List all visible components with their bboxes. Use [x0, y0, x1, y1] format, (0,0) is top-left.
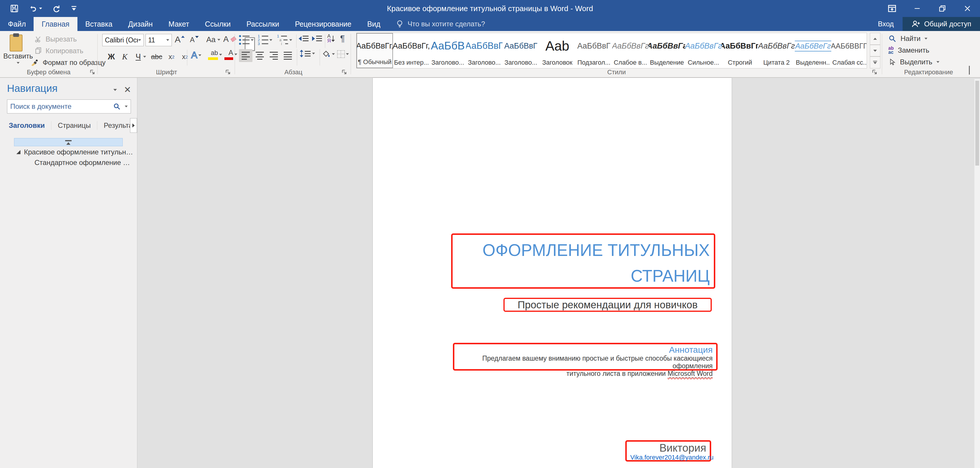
close-button[interactable] — [955, 0, 980, 17]
text-effects-button[interactable]: A — [191, 50, 201, 61]
style-Подзагол-[interactable]: АаБбВвГПодзагол... — [576, 33, 612, 68]
style-Слабое-в-[interactable]: АаБбВвГгСлабое в... — [612, 33, 649, 68]
subscript-button[interactable]: x2 — [165, 50, 178, 63]
font-dialog-launcher[interactable] — [225, 69, 231, 75]
show-marks-button[interactable]: ¶ — [340, 34, 345, 43]
style-Строгий[interactable]: АаБбВвГг,Строгий — [722, 33, 758, 68]
highlight-color-button[interactable]: ab — [208, 49, 222, 60]
nav-tab-headings[interactable]: Заголовки — [7, 121, 51, 129]
paste-button[interactable]: Вставить — [3, 34, 33, 69]
gallery-scroll-down-button[interactable] — [870, 45, 880, 57]
shrink-font-button[interactable]: A — [190, 36, 199, 44]
annotation-content-control[interactable]: Аннотация Предлагаем вашему вниманию про… — [453, 343, 718, 371]
bullets-button[interactable] — [239, 35, 254, 45]
ribbon-tab-Файл[interactable]: Файл — [0, 17, 33, 31]
style-Заголовок[interactable]: АabЗаголовок — [539, 33, 576, 68]
nav-heading-item[interactable]: Красивое оформление титульной... — [16, 148, 133, 156]
ribbon-tab-Макет[interactable]: Макет — [161, 17, 197, 31]
style-Слабая-сс-[interactable]: ААБбВВГГ,Слабая сс... — [831, 33, 867, 68]
nav-tabs-scroll-button[interactable] — [130, 118, 137, 133]
nav-tab-pages[interactable]: Страницы — [51, 121, 97, 129]
ribbon-tab-Дизайн[interactable]: Дизайн — [120, 17, 161, 31]
font-color-button[interactable]: А — [224, 49, 237, 60]
copy-button[interactable]: Копировать — [35, 47, 83, 55]
collapse-ribbon-button[interactable] — [969, 67, 970, 75]
nav-selected-item[interactable] — [14, 138, 123, 146]
justify-button[interactable] — [281, 49, 294, 62]
clear-formatting-button[interactable]: A — [223, 35, 236, 44]
select-button[interactable]: Выделить — [888, 57, 939, 67]
nav-tab-results[interactable]: Результать — [97, 121, 130, 129]
subtitle-content-control[interactable]: Простые рекомендации для новичков — [503, 298, 712, 312]
save-icon[interactable] — [10, 4, 19, 13]
increase-indent-button[interactable] — [312, 36, 322, 41]
align-left-button[interactable] — [239, 49, 253, 62]
nav-heading-item[interactable]: Стандартное оформление «обл... — [35, 158, 134, 167]
font-name-combo[interactable]: Calibri (Оснс — [102, 34, 144, 46]
font-size-combo[interactable]: 11 — [145, 34, 172, 46]
undo-button[interactable] — [29, 4, 42, 13]
search-options-arrow[interactable] — [125, 105, 128, 107]
paragraph-dialog-launcher[interactable] — [341, 69, 348, 75]
sign-in-button[interactable]: Вход — [869, 17, 902, 31]
minimize-button[interactable] — [905, 0, 930, 17]
style-Заголово-[interactable]: АаБбВЗаголово... — [430, 33, 466, 68]
cut-button[interactable]: Вырезать — [35, 35, 77, 43]
styles-dialog-launcher[interactable] — [872, 69, 878, 75]
style-Выделение[interactable]: АаБбВвГгВыделение — [649, 33, 685, 68]
format-painter-button[interactable]: Формат по образцу — [30, 59, 105, 67]
tell-me-box[interactable]: Что вы хотите сделать? — [396, 17, 485, 31]
document-page[interactable]: ОФОРМЛЕНИЕ ТИТУЛЬНЫХ СТРАНИЦ Простые рек… — [373, 78, 732, 468]
redo-icon[interactable] — [52, 4, 61, 13]
shading-button[interactable] — [322, 50, 335, 59]
align-right-button[interactable] — [267, 49, 280, 62]
align-center-button[interactable] — [253, 49, 266, 62]
customize-qat-icon[interactable] — [71, 5, 77, 12]
find-dropdown-arrow[interactable] — [924, 38, 928, 40]
nav-pane-close-icon[interactable]: ✕ — [124, 85, 131, 94]
ribbon-tab-Вид[interactable]: Вид — [360, 17, 388, 31]
style-Выделенн-[interactable]: АаБбВеГгВыделенн... — [795, 33, 831, 68]
strikethrough-button[interactable]: abc — [148, 50, 165, 63]
grow-font-button[interactable]: A — [175, 35, 185, 45]
author-content-control[interactable]: Виктория Vika.forever2014@yandex.ru — [625, 440, 711, 462]
ribbon-tab-Ссылки[interactable]: Ссылки — [197, 17, 239, 31]
scrollbar-thumb[interactable] — [975, 81, 979, 166]
style-Сильное-[interactable]: АаБбВвГгСильное... — [685, 33, 722, 68]
share-button[interactable]: Общий доступ — [902, 17, 980, 31]
underline-dropdown-arrow[interactable] — [143, 56, 146, 58]
style--Обычный[interactable]: АаБбВвГг,¶ Обычный — [356, 33, 393, 68]
style-Цитата-2[interactable]: АаБбВвГгЦитата 2 — [758, 33, 795, 68]
gallery-more-button[interactable] — [870, 56, 880, 69]
paste-dropdown-arrow[interactable] — [17, 62, 19, 64]
sort-button[interactable]: А Я — [327, 34, 335, 43]
title-content-control[interactable]: ОФОРМЛЕНИЕ ТИТУЛЬНЫХ СТРАНИЦ — [451, 233, 715, 289]
superscript-button[interactable]: x2 — [178, 50, 192, 63]
find-button[interactable]: Найти — [888, 34, 928, 44]
author-email[interactable]: Vika.forever2014@yandex.ru — [630, 454, 706, 461]
vertical-scrollbar[interactable] — [974, 79, 980, 468]
style-Без-интер-[interactable]: АаБбВвГг,Без интер... — [393, 33, 430, 68]
search-icon[interactable] — [113, 103, 121, 110]
restore-button[interactable] — [930, 0, 955, 17]
decrease-indent-button[interactable] — [299, 36, 309, 41]
ribbon-tab-Главная[interactable]: Главная — [33, 17, 77, 31]
document-search-input[interactable]: Поиск в документе — [7, 99, 131, 113]
bold-button[interactable]: Ж — [105, 50, 118, 63]
clipboard-dialog-launcher[interactable] — [89, 69, 96, 75]
gallery-scroll-up-button[interactable] — [870, 33, 880, 45]
nav-pane-options-arrow[interactable] — [113, 89, 117, 91]
line-spacing-button[interactable] — [300, 50, 315, 58]
style-Заголово-[interactable]: АаБбВвГЗаголово... — [466, 33, 503, 68]
numbering-button[interactable]: 1 2 3 — [258, 35, 272, 45]
ribbon-tab-Вставка[interactable]: Вставка — [78, 17, 120, 31]
ribbon-display-options-button[interactable] — [880, 0, 905, 17]
italic-button[interactable]: К — [118, 50, 132, 63]
undo-dropdown-arrow[interactable] — [39, 8, 42, 10]
change-case-button[interactable]: Aa — [206, 35, 220, 44]
borders-button[interactable] — [337, 50, 349, 58]
multilevel-list-button[interactable]: 1 a i — [277, 35, 292, 45]
replace-button[interactable]: ab ac Заменить — [888, 45, 929, 56]
select-dropdown-arrow[interactable] — [937, 61, 939, 63]
ribbon-tab-Рассылки[interactable]: Рассылки — [239, 17, 287, 31]
